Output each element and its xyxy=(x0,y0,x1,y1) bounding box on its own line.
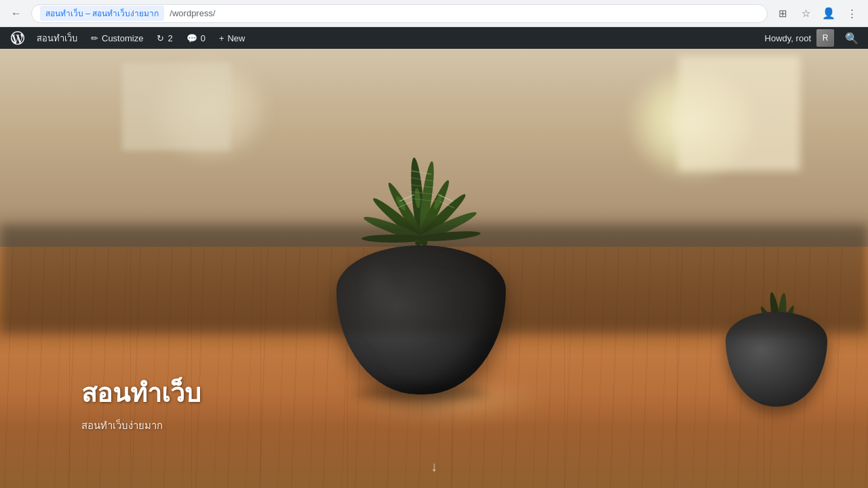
tab-title: สอนทำเว็บ – สอนทำเว็บง่ายมาก xyxy=(40,5,164,21)
scroll-arrow-icon: ↓ xyxy=(431,459,437,474)
hero-title: สอนทำเว็บ xyxy=(81,372,201,413)
site-name-button[interactable]: สอนทำเว็บ xyxy=(30,27,84,49)
howdy-text: Howdy, root xyxy=(765,33,811,43)
hero-text: สอนทำเว็บ สอนทำเว็บง่ายมาก xyxy=(81,372,201,434)
site-name-label: สอนทำเว็บ xyxy=(37,31,77,45)
wp-logo-icon xyxy=(11,31,24,45)
customize-icon: ✏ xyxy=(91,33,98,43)
search-button[interactable]: 🔍 xyxy=(841,27,863,49)
window-left xyxy=(122,62,231,150)
comments-count: 0 xyxy=(201,33,205,43)
back-button[interactable]: ← xyxy=(7,4,26,23)
profile-button[interactable]: 👤 xyxy=(819,4,838,23)
customize-button[interactable]: ✏ Customize xyxy=(84,27,150,49)
bookmark-button[interactable]: ☆ xyxy=(796,4,815,23)
updates-count: 2 xyxy=(167,33,172,43)
updates-button[interactable]: ↻ 2 xyxy=(150,27,179,49)
search-icon: 🔍 xyxy=(845,32,859,45)
new-label: New xyxy=(227,33,245,43)
hero-section: สอนทำเว็บ สอนทำเว็บง่ายมาก ↓ xyxy=(0,49,868,488)
comments-button[interactable]: 💬 0 xyxy=(180,27,212,49)
wp-admin-bar: สอนทำเว็บ ✏ Customize ↻ 2 💬 0 + New Howd… xyxy=(0,27,868,49)
translate-button[interactable]: ⊞ xyxy=(773,4,792,23)
hero-subtitle: สอนทำเว็บง่ายมาก xyxy=(81,418,201,434)
new-plus-icon: + xyxy=(219,33,224,43)
menu-button[interactable]: ⋮ xyxy=(842,4,861,23)
scroll-hint: ↓ xyxy=(431,459,437,474)
address-url: /wordpress/ xyxy=(170,8,215,18)
new-button[interactable]: + New xyxy=(212,27,252,49)
furniture-bg xyxy=(0,224,868,334)
user-avatar: R xyxy=(816,29,834,47)
browser-icons: ⊞ ☆ 👤 ⋮ xyxy=(773,4,861,23)
profile-icon: 👤 xyxy=(822,7,835,20)
admin-bar-right: Howdy, root R 🔍 xyxy=(758,27,863,49)
updates-icon: ↻ xyxy=(157,33,164,43)
comments-icon: 💬 xyxy=(186,33,197,43)
wp-logo-button[interactable] xyxy=(5,27,30,49)
howdy-button[interactable]: Howdy, root R xyxy=(758,27,841,49)
address-bar[interactable]: สอนทำเว็บ – สอนทำเว็บง่ายมาก /wordpress/ xyxy=(31,4,768,23)
window-right xyxy=(678,56,800,171)
customize-label: Customize xyxy=(102,33,143,43)
browser-chrome: ← สอนทำเว็บ – สอนทำเว็บง่ายมาก /wordpres… xyxy=(0,0,868,27)
